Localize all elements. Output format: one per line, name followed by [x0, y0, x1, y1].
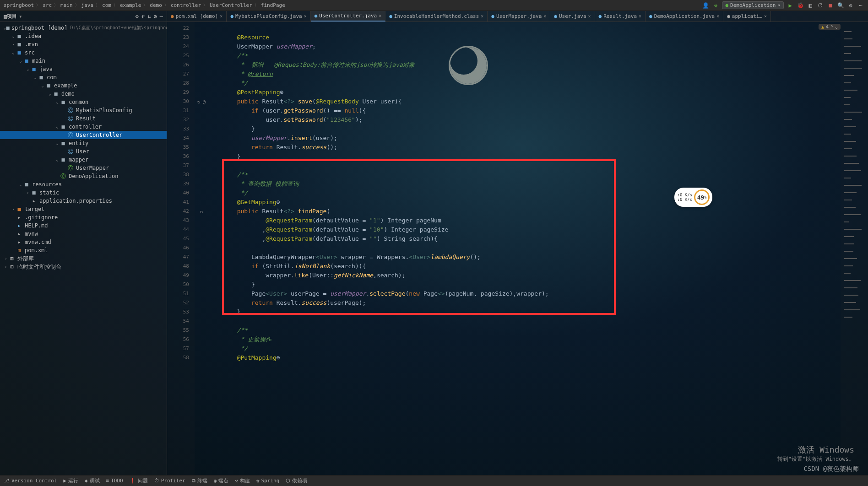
gutter-icon[interactable]	[195, 179, 208, 189]
tree-node[interactable]: ⒸResult	[0, 114, 167, 123]
line-number[interactable]: 23	[167, 33, 195, 42]
line-number[interactable]: 31	[167, 106, 195, 115]
gutter-icon[interactable]	[195, 106, 208, 115]
gutter-icon[interactable]	[195, 298, 208, 308]
tool-window-button[interactable]: ≡TODO	[106, 478, 123, 484]
settings-icon[interactable]: ⚙	[847, 2, 854, 9]
line-number[interactable]: 46	[167, 243, 195, 253]
tool-window-button[interactable]: ✿Spring	[256, 478, 279, 484]
gutter-icon[interactable]	[195, 134, 208, 143]
code-editor[interactable]: @Resource UserMapper userMapper; /** * 新…	[208, 22, 841, 475]
expand-arrow[interactable]: ⌄	[11, 34, 16, 38]
tree-node[interactable]: ⌄■controller	[0, 123, 167, 131]
code-line[interactable]: return Result.success(userPage);	[208, 298, 841, 308]
breadcrumb-item[interactable]: demo	[150, 2, 162, 8]
expand-arrow[interactable]: ⌄	[11, 50, 16, 55]
code-line[interactable]: LambdaQueryWrapper<User> wrapper = Wrapp…	[208, 253, 841, 262]
gutter-icon[interactable]	[195, 280, 208, 289]
code-line[interactable]: }	[208, 280, 841, 289]
gutter-icon[interactable]	[195, 70, 208, 79]
tree-node[interactable]: ⌄■common	[0, 98, 167, 106]
search-icon[interactable]: 🔍	[837, 2, 844, 9]
tree-node[interactable]: mpom.xml	[0, 246, 167, 254]
gutter-icon[interactable]	[195, 225, 208, 234]
gutter-icon[interactable]	[195, 79, 208, 88]
code-line[interactable]: * 更新操作	[208, 335, 841, 344]
line-number[interactable]: 25	[167, 51, 195, 60]
code-line[interactable]: public Result<?> save(@RequestBody User …	[208, 97, 841, 106]
line-number[interactable]: 45	[167, 234, 195, 243]
line-number[interactable]: 54	[167, 317, 195, 326]
editor-tab[interactable]: ●UserController.java×	[311, 11, 386, 22]
tree-node[interactable]: ⌄■demo	[0, 90, 167, 98]
line-number[interactable]: 42	[167, 207, 195, 216]
expand-arrow[interactable]: ⌄	[48, 92, 52, 96]
tool-window-button[interactable]: ◉端点	[214, 477, 229, 484]
code-line[interactable]: return Result.success();	[208, 143, 841, 152]
line-number[interactable]: 51	[167, 289, 195, 298]
breadcrumb-item[interactable]: UserController	[210, 2, 252, 8]
tree-node[interactable]: ⌄■springboot [demo]D:\C桌面\springboot+vue…	[0, 24, 167, 32]
debug-icon[interactable]: 🐞	[797, 2, 804, 9]
expand-arrow[interactable]: ⌄	[40, 83, 45, 88]
code-line[interactable]: ,@RequestParam(defaultValue = "") String…	[208, 234, 841, 243]
expand-arrow[interactable]: ⌄	[33, 75, 38, 80]
close-tab-icon[interactable]: ×	[481, 14, 483, 19]
gutter-icon[interactable]	[195, 353, 208, 362]
gutter-icon[interactable]	[195, 335, 208, 344]
tree-node[interactable]: ›⊞临时文件和控制台	[0, 263, 167, 271]
editor-tab[interactable]: ●MybatisPlusConfig.java×	[227, 11, 310, 22]
editor-tab[interactable]: ●InvocableHandlerMethod.class×	[385, 11, 488, 22]
tool-window-button[interactable]: ◆调试	[85, 477, 100, 484]
code-line[interactable]: @Resource	[208, 33, 841, 42]
code-line[interactable]: /**	[208, 51, 841, 60]
code-line[interactable]: * 查询数据 模糊查询	[208, 179, 841, 189]
gutter-icon[interactable]	[195, 170, 208, 179]
code-line[interactable]: /**	[208, 326, 841, 335]
tree-node[interactable]: ⌄■mapper	[0, 156, 167, 164]
close-tab-icon[interactable]: ×	[220, 14, 222, 19]
tool-window-button[interactable]: ⏱Profiler	[154, 478, 185, 484]
gutter-icons[interactable]: ↻ @↻	[195, 22, 208, 475]
line-number[interactable]: 39	[167, 179, 195, 189]
code-line[interactable]: @GetMapping⊕	[208, 198, 841, 207]
code-line[interactable]: @RequestParam(defaultValue = "1") Intege…	[208, 216, 841, 225]
tree-node[interactable]: ⒸMybatisPlusConfig	[0, 106, 167, 114]
tree-node[interactable]: ▸mvnw	[0, 230, 167, 238]
code-line[interactable]: }	[208, 124, 841, 134]
code-line[interactable]: @PostMapping⊕	[208, 88, 841, 97]
breadcrumb-item[interactable]: example	[120, 2, 141, 8]
hide-panel-icon[interactable]: —	[160, 13, 163, 20]
line-number[interactable]: 56	[167, 335, 195, 344]
breadcrumb-item[interactable]: main	[60, 2, 73, 8]
tree-node[interactable]: ⌄■example	[0, 81, 167, 90]
code-line[interactable]: if (StrUtil.isNotBlank(search)){	[208, 262, 841, 271]
line-gutter[interactable]: 2223242526272829303132333435363738394041…	[167, 22, 195, 475]
collapse-all-icon[interactable]: ⇊	[147, 13, 151, 20]
code-line[interactable]: * @return	[208, 70, 841, 79]
gutter-icon[interactable]	[195, 243, 208, 253]
gutter-icon[interactable]	[195, 262, 208, 271]
tree-node[interactable]: ⌄■main	[0, 57, 167, 65]
tree-node[interactable]: ⌄■.idea	[0, 32, 167, 40]
line-number[interactable]: 43	[167, 216, 195, 225]
code-line[interactable]: user.setPassword("123456");	[208, 115, 841, 124]
code-line[interactable]: }	[208, 308, 841, 317]
tree-node[interactable]: ⒸUser	[0, 147, 167, 156]
tool-window-button[interactable]: ⚒构建	[235, 477, 250, 484]
code-line[interactable]: }	[208, 152, 841, 161]
expand-arrow[interactable]: ⌄	[55, 141, 60, 146]
network-speed-widget[interactable]: ↑0 K/s↓0 K/s 49%	[674, 188, 712, 207]
line-number[interactable]: 37	[167, 161, 195, 170]
tree-node[interactable]: ▸HELP.md	[0, 221, 167, 230]
tree-node[interactable]: ⒸUserController	[0, 131, 167, 139]
editor-tab[interactable]: ●DemoApplication.java×	[646, 11, 723, 22]
select-opened-icon[interactable]: ⊙	[136, 13, 139, 20]
line-number[interactable]: 38	[167, 170, 195, 179]
tree-node[interactable]: ⌄■resources	[0, 180, 167, 189]
expand-arrow[interactable]: ›	[11, 207, 16, 211]
editor-tab[interactable]: ●User.java×	[550, 11, 595, 22]
expand-arrow[interactable]: ⌄	[26, 67, 30, 71]
close-tab-icon[interactable]: ×	[543, 14, 546, 19]
expand-arrow[interactable]: ⌄	[55, 100, 60, 104]
